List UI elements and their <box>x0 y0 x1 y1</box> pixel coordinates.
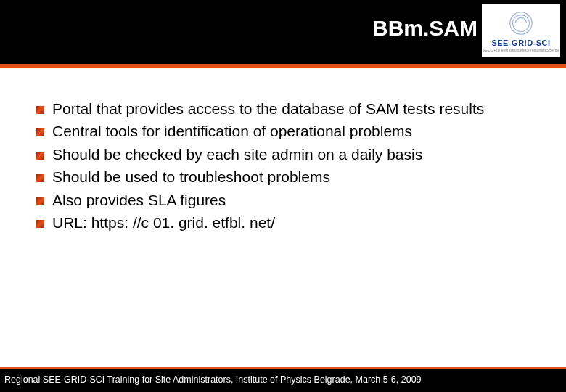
slide-footer: Regional SEE-GRID-SCI Training for Site … <box>0 367 566 392</box>
list-item: Also provides SLA figures <box>35 189 544 211</box>
footer-text: Regional SEE-GRID-SCI Training for Site … <box>0 369 566 392</box>
logo-box: SEE-GRID-SCI SEE-GRID eInfrastructure fo… <box>482 4 560 57</box>
list-item: Should be checked by each site admin on … <box>35 144 544 166</box>
slide-header: BBm.SAM SEE-GRID-SCI SEE-GRID eInfras <box>0 0 566 64</box>
list-item: Central tools for identification of oper… <box>35 121 544 142</box>
fingerprint-swirl-icon <box>507 9 535 37</box>
slide-title: BBm.SAM <box>372 16 477 41</box>
logo-text: SEE-GRID-SCI <box>491 38 550 47</box>
bullet-list: Portal that provides access to the datab… <box>35 98 544 234</box>
list-item: Should be used to troubleshoot problems <box>35 166 544 188</box>
logo-subtext: SEE-GRID eInfrastructure for regional eS… <box>483 48 559 52</box>
list-item: Portal that provides access to the datab… <box>35 98 544 120</box>
slide-content: Portal that provides access to the datab… <box>0 68 566 234</box>
list-item: URL: https: //c 01. grid. etfbl. net/ <box>35 212 544 234</box>
